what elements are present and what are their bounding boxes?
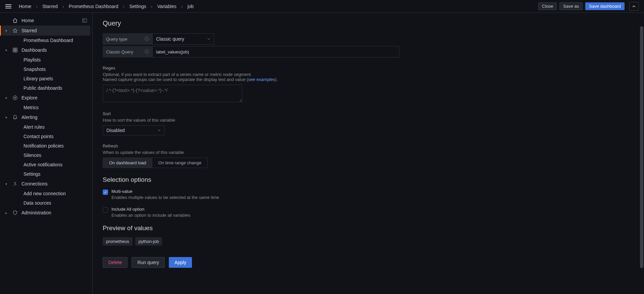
svg-rect-5 xyxy=(15,50,17,52)
refresh-section: Refresh When to update the values of thi… xyxy=(103,143,519,168)
info-icon[interactable]: ⓘ xyxy=(145,49,149,55)
sidebar-item-public-dashboards[interactable]: Public dashboards xyxy=(2,83,90,93)
scrollbar-thumb[interactable] xyxy=(640,26,643,268)
save-as-button[interactable]: Save as xyxy=(559,2,583,10)
chevron-right-icon: › xyxy=(181,4,183,9)
delete-button[interactable]: Delete xyxy=(103,257,128,268)
breadcrumb-variables[interactable]: Variables xyxy=(157,4,176,9)
apply-button[interactable]: Apply xyxy=(169,257,192,268)
sidebar-item-label: Alerting xyxy=(21,115,37,120)
sidebar-item-label: Silences xyxy=(23,153,41,158)
action-row: Delete Run query Apply xyxy=(103,257,519,268)
breadcrumb-dashboard[interactable]: Prometheus Dashboard xyxy=(69,4,118,9)
sidebar-item-library-panels[interactable]: Library panels xyxy=(2,74,90,83)
sidebar-item-starred[interactable]: ▾ Starred xyxy=(2,26,90,36)
see-examples-link[interactable]: see examples xyxy=(248,77,275,82)
include-all-help: Enables an option to include all variabl… xyxy=(111,213,191,218)
breadcrumb-settings[interactable]: Settings xyxy=(129,4,146,9)
refresh-on-load[interactable]: On dashboard load xyxy=(103,158,152,168)
sidebar-item-label: Home xyxy=(21,18,34,23)
sidebar-item-connections[interactable]: ▾ Connections xyxy=(2,179,90,189)
multi-value-checkbox[interactable]: ✓ xyxy=(103,190,108,195)
chevron-right-icon: › xyxy=(151,4,153,9)
chevron-down-icon xyxy=(157,129,161,132)
sidebar: Home ▾ Starred Prometheus Dashboard ▾ Da… xyxy=(0,13,93,294)
sidebar-item-label: Snapshots xyxy=(23,67,46,72)
sidebar-item-alert-rules[interactable]: Alert rules xyxy=(2,122,90,132)
sidebar-item-playlists[interactable]: Playlists xyxy=(2,55,90,65)
sort-select[interactable]: Disabled xyxy=(103,125,164,135)
sidebar-item-explore[interactable]: ▾ Explore xyxy=(2,93,90,103)
plug-icon xyxy=(12,181,18,187)
home-icon xyxy=(12,17,18,24)
chevron-down-icon xyxy=(207,37,210,41)
svg-rect-2 xyxy=(13,48,15,50)
sidebar-item-notification-policies[interactable]: Notification policies xyxy=(2,141,90,151)
refresh-radio-group: On dashboard load On time range change xyxy=(103,158,208,168)
include-all-checkbox[interactable] xyxy=(103,207,108,213)
include-all-label: Include All option xyxy=(111,207,191,212)
sidebar-item-alerting-settings[interactable]: Settings xyxy=(2,169,90,179)
sidebar-item-add-new-connection[interactable]: Add new connection xyxy=(2,189,90,198)
run-query-button[interactable]: Run query xyxy=(132,257,165,268)
breadcrumb-starred[interactable]: Starred xyxy=(42,4,58,9)
sidebar-item-label: Prometheus Dashboard xyxy=(23,38,73,43)
multi-value-help: Enables multiple values to be selected a… xyxy=(111,195,219,200)
sidebar-item-label: Dashboards xyxy=(21,47,47,53)
selection-options-title: Selection options xyxy=(103,176,519,183)
preview-badge: prometheus xyxy=(103,237,133,246)
breadcrumb-current: job xyxy=(187,4,194,9)
sidebar-item-label: Alert rules xyxy=(23,124,45,130)
sidebar-item-label: Active notifications xyxy=(23,162,62,167)
sidebar-item-contact-points[interactable]: Contact points xyxy=(2,132,90,141)
sort-help: How to sort the values of this variable xyxy=(103,118,519,123)
preview-title: Preview of values xyxy=(103,224,519,232)
chevron-up-icon[interactable] xyxy=(629,2,639,11)
header-actions: Close Save as Save dashboard xyxy=(538,2,639,11)
sidebar-item-prometheus-dashboard[interactable]: Prometheus Dashboard xyxy=(2,36,90,45)
breadcrumb-home[interactable]: Home xyxy=(19,4,31,9)
breadcrumb: Home › Starred › Prometheus Dashboard › … xyxy=(19,4,194,9)
multi-value-label: Multi-value xyxy=(111,189,219,194)
sidebar-item-label: Metrics xyxy=(23,105,39,110)
star-icon xyxy=(12,28,18,34)
panel-toggle-icon[interactable] xyxy=(82,18,87,23)
sidebar-item-label: Explore xyxy=(21,95,37,100)
sidebar-item-label: Add new connection xyxy=(23,191,66,196)
sidebar-item-label: Notification policies xyxy=(23,143,64,149)
svg-rect-3 xyxy=(15,48,17,50)
sidebar-item-administration[interactable]: ▸ Administration xyxy=(2,208,90,218)
menu-icon[interactable] xyxy=(5,3,11,9)
close-button[interactable]: Close xyxy=(538,2,557,10)
sidebar-item-data-sources[interactable]: Data sources xyxy=(2,198,90,208)
sidebar-item-metrics[interactable]: Metrics xyxy=(2,103,90,112)
chevron-down-icon: ▾ xyxy=(5,48,9,52)
sidebar-item-alerting[interactable]: ▾ Alerting xyxy=(2,112,90,122)
preview-badge: python-job xyxy=(135,237,162,246)
sidebar-item-label: Administration xyxy=(21,210,51,215)
breadcrumb-wrap: Home › Starred › Prometheus Dashboard › … xyxy=(5,3,194,9)
regex-input[interactable] xyxy=(103,85,242,102)
refresh-label: Refresh xyxy=(103,143,519,149)
query-type-select[interactable]: Classic query xyxy=(152,33,214,45)
sidebar-item-silences[interactable]: Silences xyxy=(2,151,90,160)
save-dashboard-button[interactable]: Save dashboard xyxy=(585,2,625,10)
sidebar-item-label: Contact points xyxy=(23,134,54,139)
regex-label: Regex xyxy=(103,66,519,71)
refresh-on-time-change[interactable]: On time range change xyxy=(152,158,208,168)
sidebar-item-dashboards[interactable]: ▾ Dashboards xyxy=(2,45,90,55)
sidebar-item-active-notifications[interactable]: Active notifications xyxy=(2,160,90,169)
sidebar-item-snapshots[interactable]: Snapshots xyxy=(2,65,90,74)
svg-rect-0 xyxy=(83,19,87,22)
info-icon[interactable]: ⓘ xyxy=(145,36,149,42)
top-header: Home › Starred › Prometheus Dashboard › … xyxy=(0,0,644,13)
refresh-help: When to update the values of this variab… xyxy=(103,150,519,155)
sidebar-item-home[interactable]: Home xyxy=(2,15,90,26)
compass-icon xyxy=(12,95,18,101)
chevron-down-icon: ▾ xyxy=(5,116,9,119)
classic-query-input[interactable] xyxy=(152,46,399,57)
scrollbar-track xyxy=(639,13,644,294)
sidebar-item-label: Starred xyxy=(21,28,37,33)
chevron-right-icon: ▸ xyxy=(5,211,9,215)
sidebar-item-label: Settings xyxy=(23,171,41,177)
